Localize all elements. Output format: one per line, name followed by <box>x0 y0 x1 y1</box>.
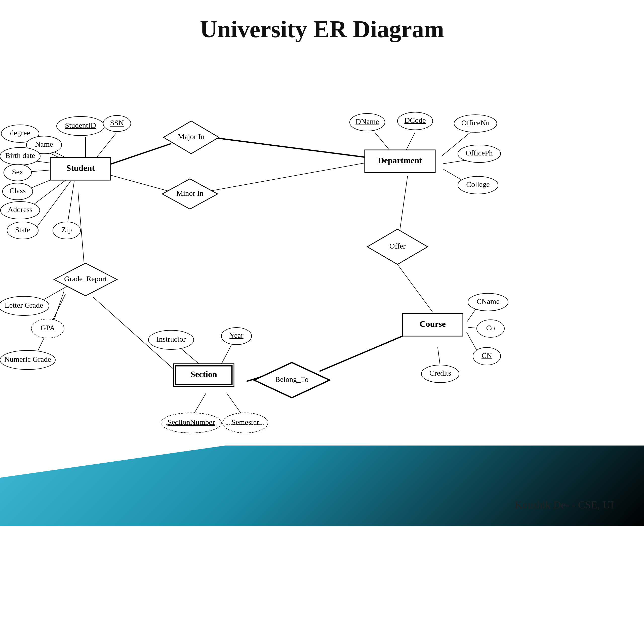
svg-line-25 <box>319 336 403 371</box>
svg-text:CName: CName <box>476 297 500 305</box>
svg-text:Instructor: Instructor <box>156 335 186 343</box>
svg-text:Letter Grade: Letter Grade <box>5 301 43 309</box>
svg-text:Course: Course <box>420 319 446 329</box>
svg-text:Birth date: Birth date <box>5 151 35 159</box>
svg-text:Major In: Major In <box>178 132 205 141</box>
svg-text:Address: Address <box>8 205 32 214</box>
svg-line-12 <box>211 137 367 157</box>
svg-text:OfficeNu: OfficeNu <box>461 118 490 127</box>
svg-text:DName: DName <box>355 117 379 126</box>
svg-text:Numeric Grade: Numeric Grade <box>4 355 51 363</box>
svg-line-10 <box>106 144 171 166</box>
svg-line-33 <box>53 291 64 324</box>
svg-line-13 <box>208 163 367 191</box>
svg-line-19 <box>400 176 408 229</box>
svg-text:OfficePh: OfficePh <box>466 149 493 157</box>
svg-text:Grade_Report: Grade_Report <box>64 274 107 283</box>
svg-text:CN: CN <box>481 351 492 359</box>
svg-text:Section: Section <box>190 370 217 379</box>
svg-text:SectionNumber: SectionNumber <box>168 418 215 426</box>
svg-text:degree: degree <box>10 129 30 137</box>
svg-text:Offer: Offer <box>389 242 406 250</box>
diagram-area: .entity-box { fill: white; stroke: black… <box>0 48 644 526</box>
svg-text:Student: Student <box>66 163 95 173</box>
svg-text:Department: Department <box>378 156 422 165</box>
svg-text:Name: Name <box>35 140 53 148</box>
svg-text:Co: Co <box>486 324 495 332</box>
svg-text:Belong_To: Belong_To <box>275 375 309 383</box>
svg-text:Class: Class <box>9 186 26 195</box>
svg-text:DCode: DCode <box>405 116 426 124</box>
footer-text: Koushik De- - CSE, UI <box>515 499 614 511</box>
svg-text:StudentID: StudentID <box>65 121 96 129</box>
svg-text:GPA: GPA <box>41 324 55 332</box>
svg-line-29 <box>194 393 206 414</box>
svg-line-30 <box>226 393 241 414</box>
svg-text:College: College <box>466 180 490 188</box>
svg-text:Minor In: Minor In <box>176 189 204 197</box>
svg-line-23 <box>467 332 478 352</box>
svg-text:SSN: SSN <box>110 118 124 127</box>
page-title: University ER Diagram <box>0 0 644 48</box>
svg-text:Credits: Credits <box>429 369 451 377</box>
svg-text:State: State <box>15 225 30 234</box>
svg-line-20 <box>397 264 433 312</box>
svg-line-1 <box>96 134 116 159</box>
svg-text:Sex: Sex <box>12 168 23 176</box>
svg-line-11 <box>106 174 170 191</box>
svg-text:Year: Year <box>229 331 243 339</box>
svg-line-24 <box>438 347 440 366</box>
svg-text:Zip: Zip <box>61 225 72 234</box>
svg-text:Semester: Semester <box>231 418 259 426</box>
svg-line-15 <box>405 132 415 152</box>
